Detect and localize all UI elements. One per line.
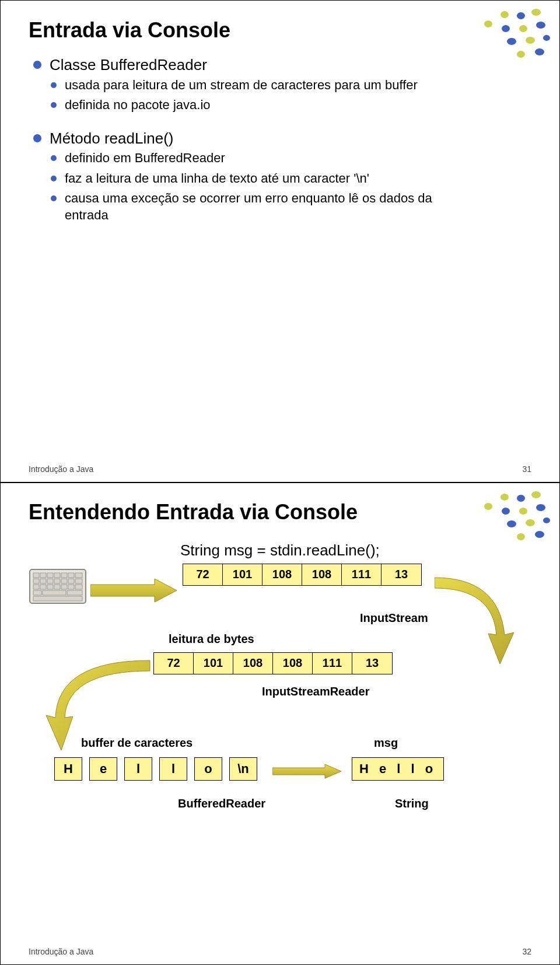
svg-rect-37 xyxy=(68,579,74,583)
byte-cell: 108 xyxy=(273,653,313,674)
svg-point-21 xyxy=(543,518,550,523)
page-number: 32 xyxy=(522,947,531,956)
svg-point-23 xyxy=(535,531,544,538)
slide-1: Entrada via Console Classe BufferedReade… xyxy=(0,0,560,482)
slide-footer: Introdução a Java 32 xyxy=(29,947,531,956)
slide-title: Entrada via Console xyxy=(29,18,531,43)
svg-point-4 xyxy=(502,25,510,32)
char-cell: l xyxy=(159,757,187,781)
svg-rect-49 xyxy=(33,596,82,601)
code-line: String msg = stdin.readLine(); xyxy=(180,541,380,560)
svg-point-14 xyxy=(517,495,525,502)
bullet-icon xyxy=(33,134,41,142)
byte-cell: 72 xyxy=(183,564,223,585)
bullet-item: Método readLine() xyxy=(33,129,531,148)
svg-point-5 xyxy=(519,25,527,32)
byte-cell: 108 xyxy=(302,564,342,585)
svg-rect-42 xyxy=(54,585,60,589)
svg-rect-25 xyxy=(33,573,39,578)
byte-cell: 13 xyxy=(352,653,392,674)
svg-point-19 xyxy=(507,520,516,527)
svg-rect-47 xyxy=(43,590,66,595)
svg-point-11 xyxy=(535,48,544,55)
footer-text: Introdução a Java xyxy=(29,464,93,474)
byte-cell: 111 xyxy=(342,564,382,585)
corner-decoration xyxy=(475,491,551,544)
sub-bullet-item: usada para leitura de um stream de carac… xyxy=(51,77,531,94)
svg-point-20 xyxy=(526,519,535,526)
svg-rect-45 xyxy=(75,585,82,589)
bullet-list: Classe BufferedReader usada para leitura… xyxy=(33,55,531,224)
slide-2: Entendendo Entrada via Console String ms… xyxy=(0,482,560,965)
sub-bullet-item: definida no pacote java.io xyxy=(51,97,531,114)
char-cell: H xyxy=(54,757,82,781)
bullet-icon xyxy=(51,102,57,108)
svg-marker-50 xyxy=(90,579,177,602)
svg-rect-40 xyxy=(40,585,46,589)
svg-rect-28 xyxy=(54,573,60,578)
svg-point-0 xyxy=(484,20,492,27)
byte-cell: 111 xyxy=(313,653,352,674)
slide-footer: Introdução a Java 31 xyxy=(29,464,531,474)
bullet-text: faz a leitura de uma linha de texto até … xyxy=(65,170,369,187)
byte-cell: 108 xyxy=(262,564,302,585)
svg-point-7 xyxy=(507,38,516,45)
svg-point-1 xyxy=(501,11,509,18)
sub-bullet-item: definido em BufferedReader xyxy=(51,150,531,167)
svg-point-2 xyxy=(517,12,525,19)
bullet-icon xyxy=(51,155,57,161)
svg-rect-29 xyxy=(61,573,67,578)
svg-rect-36 xyxy=(61,579,67,583)
svg-point-15 xyxy=(531,491,541,498)
corner-decoration xyxy=(475,9,551,61)
arrow-right-small-icon xyxy=(272,763,342,779)
byte-cell: 72 xyxy=(154,653,194,674)
page-number: 31 xyxy=(522,464,531,474)
svg-point-9 xyxy=(543,35,550,41)
svg-rect-31 xyxy=(75,573,82,578)
char-row: Hello\n xyxy=(54,757,264,781)
msg-value-box: H e l l o xyxy=(352,757,444,781)
char-cell: l xyxy=(124,757,152,781)
sub-bullet-item: faz a leitura de uma linha de texto até … xyxy=(51,170,531,187)
svg-rect-46 xyxy=(33,590,41,595)
svg-rect-34 xyxy=(47,579,53,583)
bullet-icon xyxy=(51,195,57,201)
bullet-text: definido em BufferedReader xyxy=(65,150,225,167)
svg-rect-33 xyxy=(40,579,46,583)
svg-point-12 xyxy=(484,503,492,510)
svg-rect-38 xyxy=(75,579,82,583)
byte-cell: 101 xyxy=(223,564,262,585)
byte-cell: 101 xyxy=(194,653,233,674)
bullet-text: causa uma exceção se ocorrer um erro enq… xyxy=(65,190,438,223)
label-bufferedreader: BufferedReader xyxy=(178,797,265,810)
label-leitura-bytes: leitura de bytes xyxy=(169,632,254,646)
arrow-right-icon xyxy=(90,578,178,603)
svg-rect-27 xyxy=(47,573,53,578)
char-cell: e xyxy=(89,757,117,781)
svg-point-3 xyxy=(531,9,541,16)
sub-bullet-item: causa uma exceção se ocorrer um erro enq… xyxy=(51,190,531,223)
bullet-icon xyxy=(51,176,57,181)
bullet-text: Método readLine() xyxy=(50,129,173,148)
svg-rect-26 xyxy=(40,573,46,578)
keyboard-icon xyxy=(29,568,87,611)
byte-cell: 13 xyxy=(382,564,421,585)
svg-rect-44 xyxy=(68,585,74,589)
bullet-text: usada para leitura de um stream de carac… xyxy=(65,77,418,94)
label-msg: msg xyxy=(374,736,398,750)
char-cell: \n xyxy=(229,757,257,781)
bullet-text: definida no pacote java.io xyxy=(65,97,211,114)
bullet-icon xyxy=(51,82,57,88)
svg-rect-32 xyxy=(33,579,39,583)
byte-row-bottom: 7210110810811113 xyxy=(153,652,393,674)
char-cell: o xyxy=(194,757,222,781)
svg-point-17 xyxy=(519,508,527,515)
svg-rect-30 xyxy=(68,573,74,578)
byte-row-top: 7210110810811113 xyxy=(183,564,422,586)
flow-diagram: String msg = stdin.readLine(); 721011081… xyxy=(29,537,531,852)
slide-title: Entendendo Entrada via Console xyxy=(29,501,531,524)
svg-rect-39 xyxy=(33,585,39,589)
svg-point-6 xyxy=(536,22,545,29)
svg-rect-48 xyxy=(67,590,82,595)
